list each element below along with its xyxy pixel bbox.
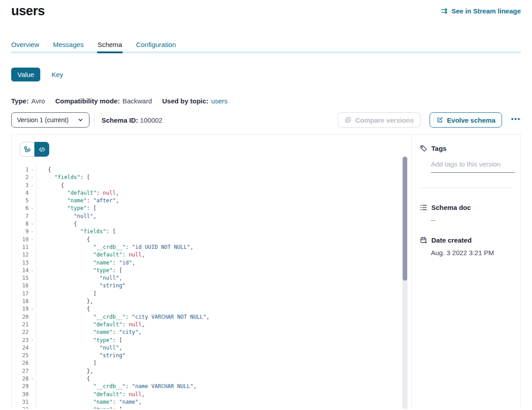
- fold-spacer: [29, 189, 36, 197]
- fold-spacer: [29, 344, 36, 352]
- schema-meta-row: Type:Avro Compatibility mode:Backward Us…: [11, 97, 521, 105]
- code-line-20: 20 "__crdb__": "city VARCHAR NOT NULL",: [12, 313, 411, 321]
- value-toggle-button[interactable]: Value: [11, 68, 40, 81]
- code-text[interactable]: "default": null,: [36, 189, 119, 197]
- code-lines[interactable]: 1▾{2▾ "fields": [3▾ {4 "default": null,5…: [12, 166, 411, 409]
- code-line-22: 22 "name": "city",: [12, 329, 411, 336]
- schema-doc-value: --: [431, 216, 513, 224]
- code-text[interactable]: "type": [: [36, 267, 122, 274]
- code-text[interactable]: "__crdb__": "city VARCHAR NOT NULL",: [36, 313, 209, 321]
- code-text[interactable]: },: [36, 298, 93, 305]
- code-text[interactable]: "__crdb__": "id UUID NOT NULL",: [36, 243, 193, 251]
- fold-arrow-icon[interactable]: ▾: [29, 182, 36, 189]
- scrollbar-thumb[interactable]: [403, 157, 407, 281]
- version-select[interactable]: Version 1 (current): [11, 112, 89, 128]
- divider: [94, 112, 95, 128]
- used-by-topic-label: Used by topic:: [162, 97, 209, 105]
- editor-view-toggle: [20, 142, 49, 157]
- sidebar-divider: [420, 188, 513, 188]
- code-text[interactable]: {: [36, 182, 64, 189]
- fold-arrow-icon[interactable]: ▾: [29, 205, 36, 212]
- code-text[interactable]: ]: [36, 290, 96, 298]
- tab-configuration[interactable]: Configuration: [136, 41, 176, 51]
- fold-spacer: [29, 243, 36, 251]
- fold-arrow-icon[interactable]: ▾: [29, 267, 36, 274]
- fold-spacer: [29, 274, 36, 282]
- tab-strip: [11, 51, 521, 53]
- code-text[interactable]: "default": null,: [36, 251, 145, 259]
- code-text[interactable]: "type": [: [36, 337, 122, 344]
- code-text[interactable]: "string": [36, 352, 125, 359]
- code-text[interactable]: "name": "city",: [36, 329, 142, 336]
- more-options-button[interactable]: •••: [511, 115, 521, 125]
- code-line-17: 17 ]: [12, 290, 411, 298]
- line-number: 2: [12, 174, 29, 181]
- fold-arrow-icon[interactable]: ▾: [29, 236, 36, 243]
- code-text[interactable]: {: [36, 305, 90, 313]
- fold-arrow-icon[interactable]: ▾: [29, 166, 36, 174]
- fold-arrow-icon[interactable]: ▾: [29, 174, 36, 181]
- code-text[interactable]: "__crdb__": "name VARCHAR NULL",: [36, 383, 196, 390]
- line-number: 22: [12, 329, 29, 336]
- schema-doc-title: Schema doc: [431, 204, 471, 211]
- code-text[interactable]: "null",: [36, 213, 96, 220]
- tab-schema[interactable]: Schema: [98, 41, 122, 51]
- code-text[interactable]: "string": [36, 282, 125, 290]
- calendar-plus-icon: [420, 236, 427, 244]
- code-text[interactable]: "type": [: [36, 406, 122, 409]
- code-text[interactable]: {: [36, 220, 77, 228]
- fold-arrow-icon[interactable]: ▾: [29, 337, 36, 344]
- code-line-5: 5 "name": "after",: [12, 197, 411, 205]
- editor-scrollbar[interactable]: [402, 157, 408, 409]
- code-text[interactable]: "null",: [36, 274, 122, 282]
- key-toggle-button[interactable]: Key: [51, 71, 63, 78]
- fold-arrow-icon[interactable]: ▾: [29, 305, 36, 313]
- fold-spacer: [29, 290, 36, 298]
- line-number: 13: [12, 259, 29, 267]
- tab-overview[interactable]: Overview: [11, 41, 39, 51]
- compare-versions-button[interactable]: Compare versions: [338, 112, 421, 128]
- tab-list: OverviewMessagesSchemaConfiguration: [11, 41, 521, 51]
- line-number: 32: [12, 406, 29, 409]
- code-text[interactable]: "name": "name",: [36, 398, 142, 406]
- fold-spacer: [29, 367, 36, 375]
- code-text[interactable]: },: [36, 367, 93, 375]
- see-in-stream-lineage-link[interactable]: See in Stream lineage: [441, 7, 521, 15]
- code-view-button[interactable]: [34, 142, 49, 157]
- code-line-4: 4 "default": null,: [12, 189, 411, 197]
- fold-arrow-icon[interactable]: ▾: [29, 406, 36, 409]
- code-text[interactable]: {: [36, 236, 90, 243]
- fold-spacer: [29, 359, 36, 367]
- code-line-6: 6▾ "type": [: [12, 205, 411, 212]
- add-tags-input[interactable]: [431, 160, 515, 173]
- fold-arrow-icon[interactable]: ▾: [29, 375, 36, 383]
- code-text[interactable]: {: [36, 166, 51, 174]
- code-text[interactable]: "fields": [: [36, 228, 116, 235]
- code-line-1: 1▾{: [12, 166, 411, 174]
- topic-link[interactable]: users: [211, 97, 228, 105]
- code-line-15: 15 "null",: [12, 274, 411, 282]
- evolve-schema-button[interactable]: Evolve schema: [430, 112, 502, 128]
- code-text[interactable]: {: [36, 375, 90, 383]
- code-line-3: 3▾ {: [12, 182, 411, 189]
- tab-messages[interactable]: Messages: [53, 41, 84, 51]
- line-number: 9: [12, 228, 29, 235]
- fold-arrow-icon[interactable]: ▾: [29, 220, 36, 228]
- chevron-down-icon: [77, 117, 84, 123]
- code-text[interactable]: "type": [: [36, 205, 96, 212]
- code-text[interactable]: "name": "after",: [36, 197, 119, 205]
- line-number: 8: [12, 220, 29, 228]
- fold-arrow-icon[interactable]: ▾: [29, 228, 36, 235]
- tree-view-button[interactable]: [20, 142, 34, 157]
- code-text[interactable]: "null",: [36, 344, 122, 352]
- code-line-12: 12 "default": null,: [12, 251, 411, 259]
- code-text[interactable]: "default": null,: [36, 321, 145, 329]
- code-line-27: 27 },: [12, 367, 411, 375]
- code-text[interactable]: "fields": [: [36, 174, 90, 181]
- fold-spacer: [29, 398, 36, 406]
- code-text[interactable]: ]: [36, 359, 96, 367]
- schema-id-value: 100002: [140, 116, 162, 124]
- code-text[interactable]: "default": null,: [36, 391, 145, 398]
- code-text[interactable]: "name": "id",: [36, 259, 135, 267]
- fold-spacer: [29, 329, 36, 336]
